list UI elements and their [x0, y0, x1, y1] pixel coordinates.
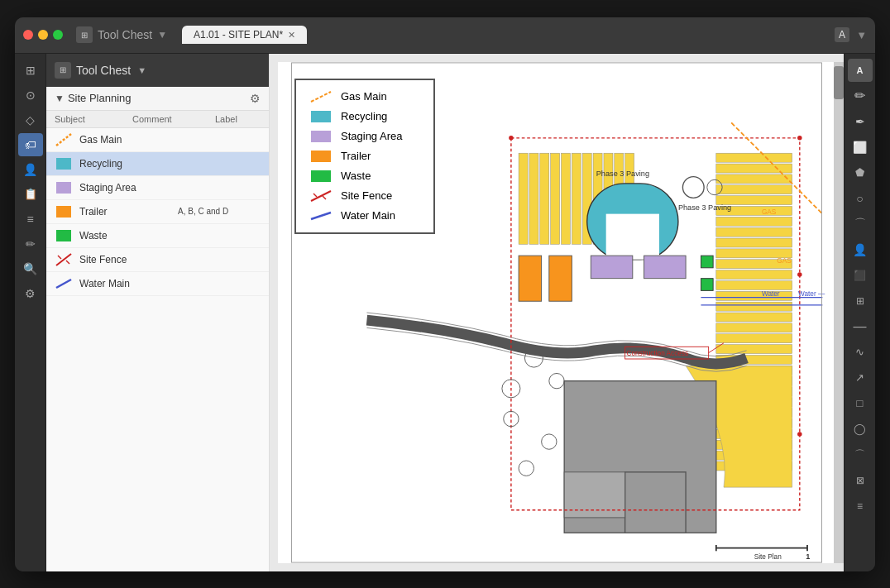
right-tool-rail: A ✏ ✒ ⬜ ⬟ ○ ⌒ 👤 ⬛ ⊞ — ∿ ↗ □ ◯ ⌒ ⊠ ≡ — [844, 54, 875, 571]
svg-rect-52 — [625, 471, 686, 532]
rail-icon-grid[interactable]: ⊞ — [18, 59, 43, 82]
drawing-canvas: Phase 3 Paving Phase 3 Paving Constructi… — [278, 62, 835, 563]
site-fence-label: Site Fence — [79, 254, 178, 265]
waste-label: Waste — [79, 230, 178, 241]
chevron-down-icon[interactable]: ▼ — [157, 29, 167, 41]
legend-item-site-fence[interactable]: Site Fence — [46, 248, 269, 272]
svg-line-93 — [311, 92, 331, 102]
rail-icon-doc[interactable]: 📋 — [18, 183, 43, 206]
svg-rect-45 — [572, 153, 581, 244]
right-rail-pencil-icon[interactable]: ✏ — [848, 84, 873, 108]
tool-chest-header: ⊞ Tool Chest ▼ — [46, 54, 269, 87]
col-subject-label: Subject — [55, 114, 132, 124]
max-dot[interactable] — [53, 30, 63, 40]
svg-text:Phase 3 Paving: Phase 3 Paving — [678, 203, 731, 212]
right-rail-oval-icon[interactable]: ◯ — [848, 418, 873, 441]
staging-area-swatch — [55, 180, 73, 195]
right-rail-diamond-icon[interactable]: ⬟ — [848, 161, 873, 184]
tab-close-icon[interactable]: ✕ — [288, 30, 295, 41]
legend-item-trailer[interactable]: Trailer A, B, C and D — [46, 200, 269, 224]
section-label: Site Planning — [68, 92, 132, 104]
legend-row-gas: Gas Main — [309, 90, 420, 103]
main-area: ⊞ ⊙ ◇ 🏷 👤 📋 ≡ ✏ 🔍 ⚙ ⊞ Tool Chest ▼ ▼ Sit… — [15, 54, 875, 571]
legend-row-waste: Waste — [309, 170, 420, 183]
svg-rect-55 — [606, 213, 659, 259]
map-legend-box: Gas Main Recycling Staging Area — [294, 79, 435, 234]
right-rail-draw-icon[interactable]: ✒ — [848, 110, 873, 133]
right-rail-arc-icon[interactable]: ⌒ — [848, 213, 873, 236]
rail-icon-person[interactable]: 👤 — [18, 158, 43, 181]
svg-rect-17 — [716, 227, 792, 237]
right-rail-rect-icon[interactable]: ⬜ — [848, 136, 873, 159]
svg-rect-57 — [644, 256, 687, 279]
recycling-swatch — [55, 156, 73, 171]
svg-rect-19 — [716, 248, 792, 257]
top-right-icon[interactable]: A — [835, 27, 849, 42]
legend-item-recycling[interactable]: Recycling — [46, 152, 269, 176]
section-expand-icon[interactable]: ▼ — [55, 93, 65, 104]
svg-rect-28 — [716, 344, 792, 353]
svg-rect-96 — [311, 151, 331, 162]
svg-text:1: 1 — [806, 552, 810, 561]
svg-text:GAS: GAS — [762, 208, 777, 215]
staging-area-label: Staging Area — [79, 182, 178, 194]
right-rail-table-icon[interactable]: ⊠ — [848, 469, 873, 492]
legend-list: Gas Main Recycling Staging Area — [46, 128, 269, 571]
lg-label-gas: Gas Main — [341, 90, 387, 103]
active-tab[interactable]: A1.01 - SITE PLAN* ✕ — [182, 26, 307, 44]
rail-icon-list[interactable]: ≡ — [18, 208, 43, 231]
rail-icon-gear[interactable]: ⚙ — [18, 282, 43, 305]
gas-main-label: Gas Main — [79, 134, 178, 146]
legend-item-water-main[interactable]: Water Main — [46, 272, 269, 296]
right-rail-wave-icon[interactable]: ⌒ — [848, 443, 873, 466]
right-rail-circle-icon[interactable]: ○ — [848, 187, 873, 210]
section-settings-icon[interactable]: ⚙ — [250, 92, 261, 105]
lg-label-recycling: Recycling — [341, 110, 387, 122]
right-rail-image-icon[interactable]: ⬛ — [848, 264, 873, 287]
svg-rect-10 — [716, 153, 792, 162]
right-rail-curve-icon[interactable]: ∿ — [848, 341, 873, 364]
section-header: ▼ Site Planning ⚙ — [46, 87, 269, 111]
svg-text:Water: Water — [762, 289, 780, 297]
legend-row-fence: Site Fence — [309, 189, 420, 203]
svg-point-64 — [797, 136, 802, 141]
lg-label-trailer: Trailer — [341, 150, 371, 162]
rail-icon-tag[interactable]: 🏷 — [18, 133, 43, 156]
right-rail-grid-icon[interactable]: ⊞ — [848, 289, 873, 313]
right-rail-a-icon[interactable]: A — [848, 59, 873, 82]
svg-line-0 — [56, 134, 71, 146]
right-rail-arrow-icon[interactable]: ↗ — [848, 366, 873, 390]
trailer-label: Trailer — [79, 206, 178, 218]
right-rail-line-icon[interactable]: — — [848, 315, 873, 338]
right-rail-square-icon[interactable]: □ — [848, 392, 873, 415]
lg-swatch-trailer — [309, 150, 333, 163]
table-header: Subject Comment Label — [46, 111, 269, 128]
legend-item-gas-main[interactable]: Gas Main — [46, 128, 269, 152]
svg-rect-16 — [716, 217, 792, 226]
svg-rect-12 — [716, 174, 792, 183]
scrollbar-thumb[interactable] — [834, 66, 844, 99]
tool-chest-panel: ⊞ Tool Chest ▼ ▼ Site Planning ⚙ Subject… — [46, 54, 270, 571]
svg-line-7 — [66, 261, 69, 264]
legend-row-water: Water Main — [309, 209, 420, 222]
col-comment-label: Comment — [132, 114, 215, 124]
close-dot[interactable] — [23, 30, 33, 40]
waste-swatch — [55, 228, 73, 243]
right-rail-lines-icon[interactable]: ≡ — [848, 495, 873, 518]
chest-chevron-icon[interactable]: ▼ — [137, 65, 146, 75]
legend-item-waste[interactable]: Waste — [46, 224, 269, 248]
chevron-up-icon[interactable]: ▼ — [856, 29, 867, 41]
lg-label-waste: Waste — [341, 170, 371, 182]
chest-header-icon: ⊞ — [55, 62, 71, 79]
legend-item-staging-area[interactable]: Staging Area — [46, 176, 269, 200]
rail-icon-pencil[interactable]: ✏ — [18, 232, 43, 256]
rail-icon-circle[interactable]: ⊙ — [18, 84, 43, 107]
lg-swatch-waste — [309, 170, 333, 183]
svg-line-8 — [56, 280, 71, 288]
min-dot[interactable] — [38, 30, 48, 40]
vertical-scrollbar[interactable] — [834, 62, 844, 563]
rail-icon-search[interactable]: 🔍 — [18, 257, 43, 280]
right-rail-person-icon[interactable]: 👤 — [848, 238, 873, 261]
drawing-area[interactable]: Phase 3 Paving Phase 3 Paving Constructi… — [270, 54, 844, 571]
rail-icon-diamond[interactable]: ◇ — [18, 108, 43, 131]
